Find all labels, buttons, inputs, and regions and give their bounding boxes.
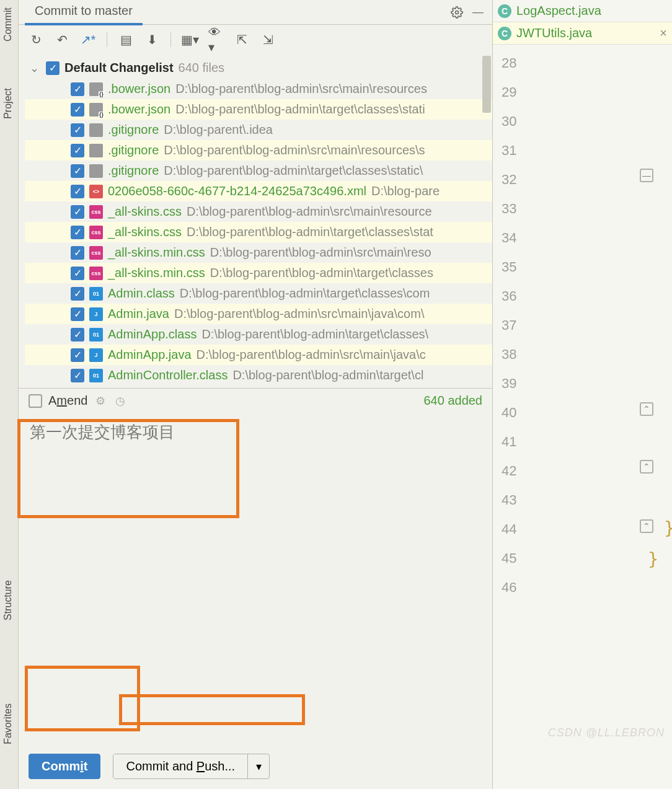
file-checkbox[interactable]: ✓ [71,226,84,239]
file-name: Admin.class [108,286,175,301]
file-name: _all-skins.min.css [108,266,205,280]
file-type-icon: css [89,226,103,239]
file-checkbox[interactable]: ✓ [71,246,84,260]
line-number: 39 [493,369,672,398]
minimize-icon[interactable]: — [471,6,485,19]
editor-tab[interactable]: CJWTUtils.java× [493,22,672,45]
file-path: D:\blog-parent\blog-admin\target\cl [232,368,423,382]
file-row[interactable]: ✓.gitignoreD:\blog-parent\blog-admin\tar… [25,161,492,181]
tab-name: JWTUtils.java [516,26,592,40]
file-name: Admin.java [108,307,169,321]
file-path: D:\blog-parent\blog-admin\target\classes… [180,286,430,301]
file-checkbox[interactable]: ✓ [71,82,84,96]
file-row[interactable]: ✓<>0206e058-660c-4677-b214-24625a73c496.… [25,181,492,201]
file-checkbox[interactable]: ✓ [71,185,84,198]
file-row[interactable]: ✓01AdminController.classD:\blog-parent\b… [25,365,492,386]
line-number: 46 [493,573,672,602]
file-row[interactable]: ✓01AdminApp.classD:\blog-parent\blog-adm… [25,324,492,345]
fold-end-icon[interactable]: ⌃ [640,402,653,416]
dropdown-icon[interactable]: ▾ [248,754,269,778]
file-checkbox[interactable]: ✓ [71,369,84,382]
group-icon[interactable]: ▦▾ [182,32,197,47]
file-row[interactable]: ✓css_all-skins.cssD:\blog-parent\blog-ad… [25,201,492,222]
file-checkbox[interactable]: ✓ [71,328,84,342]
changelist-checkbox[interactable]: ✓ [46,61,60,75]
file-name: .gitignore [108,164,159,178]
line-number: 41 [493,427,672,456]
commit-tab[interactable]: Commit to master [25,0,143,25]
preview-icon[interactable]: 👁▾ [208,32,223,47]
shelve-icon[interactable]: ⬇ [144,32,159,47]
expand-all-icon[interactable]: ⇱ [234,32,249,47]
commit-message-input[interactable] [19,413,492,754]
chevron-down-icon[interactable]: ⌄ [30,61,41,75]
file-type-icon [89,164,103,178]
line-number: 35 [493,252,672,281]
file-type-icon [89,144,103,157]
line-number: 34 [493,223,672,252]
status-added: 640 added [423,394,482,408]
changelist: ⌄ ✓ Default Changelist 640 files ✓.bower… [19,55,492,388]
file-row[interactable]: ✓.gitignoreD:\blog-parent\.idea [25,120,492,140]
rollback-icon[interactable]: ↶ [55,32,69,47]
class-icon: C [498,4,511,18]
file-row[interactable]: ✓.gitignoreD:\blog-parent\blog-admin\src… [25,140,492,161]
diff-icon[interactable]: ▤ [118,32,133,47]
file-name: AdminApp.java [108,348,192,362]
rail-tab-commit[interactable]: Commit [0,0,16,49]
watermark: CSDN @LL.LEBRON [548,726,665,739]
rail-tab-project[interactable]: Project [0,81,16,126]
file-row[interactable]: ✓css_all-skins.cssD:\blog-parent\blog-ad… [25,222,492,242]
code-brace: } [664,518,672,539]
rail-tab-structure[interactable]: Structure [0,573,16,628]
file-path: D:\blog-parent\.idea [164,123,273,137]
history-icon[interactable]: ◷ [113,394,127,408]
file-path: D:\blog-parent\blog-admin\src\main\reso [210,245,431,260]
file-checkbox[interactable]: ✓ [71,103,84,117]
file-checkbox[interactable]: ✓ [71,123,84,137]
file-type-icon: 01 [89,369,103,382]
fold-end-icon[interactable]: ⌃ [640,460,653,474]
gear-icon[interactable]: ⚙ [94,394,107,408]
scrollbar[interactable] [482,56,491,113]
file-type-icon: css [89,267,103,280]
file-row[interactable]: ✓01Admin.classD:\blog-parent\blog-admin\… [25,283,492,304]
file-type-icon [89,103,103,117]
file-row[interactable]: ✓css_all-skins.min.cssD:\blog-parent\blo… [25,263,492,283]
rail-tab-favorites[interactable]: Favorites [0,696,16,752]
close-icon[interactable]: × [660,26,667,40]
file-row[interactable]: ✓.bower.jsonD:\blog-parent\blog-admin\ta… [25,99,492,120]
commit-and-push-button[interactable]: Commit and Push... [113,754,247,778]
line-number: 36 [493,281,672,311]
file-checkbox[interactable]: ✓ [71,348,84,362]
gear-icon[interactable] [450,6,464,19]
file-path: D:\blog-parent\blog-admin\src\main\java\… [197,348,426,362]
file-checkbox[interactable]: ✓ [71,267,84,280]
file-row[interactable]: ✓.bower.jsonD:\blog-parent\blog-admin\sr… [25,79,492,99]
file-checkbox[interactable]: ✓ [71,144,84,157]
file-row[interactable]: ✓JAdmin.javaD:\blog-parent\blog-admin\sr… [25,304,492,324]
fold-end-icon[interactable]: ⌃ [640,519,653,533]
amend-checkbox[interactable] [29,394,42,408]
file-checkbox[interactable]: ✓ [71,287,84,301]
svg-point-0 [456,11,459,14]
file-path: D:\blog-parent\blog-admin\src\main\resou… [187,205,432,219]
commit-button[interactable]: Commit [29,754,100,779]
file-row[interactable]: ✓css_all-skins.min.cssD:\blog-parent\blo… [25,242,492,263]
file-checkbox[interactable]: ✓ [71,164,84,178]
open-external-icon[interactable]: ↗* [81,32,95,47]
file-type-icon: 01 [89,287,103,301]
file-checkbox[interactable]: ✓ [71,205,84,219]
class-icon: C [498,27,511,40]
fold-closed-icon[interactable]: — [640,169,653,182]
button-row: Commit Commit and Push... ▾ [19,754,492,789]
file-path: D:\blog-parent\blog-admin\src\main\java\… [174,307,425,321]
refresh-icon[interactable]: ↻ [29,32,43,47]
editor-tab[interactable]: CLogAspect.java [493,0,672,22]
file-checkbox[interactable]: ✓ [71,307,84,321]
line-number: 30 [493,107,672,136]
file-row[interactable]: ✓JAdminApp.javaD:\blog-parent\blog-admin… [25,345,492,365]
side-rail: Commit Project Structure Favorites [0,0,19,789]
collapse-all-icon[interactable]: ⇲ [260,32,275,47]
file-path: D:\blog-parent\blog-admin\src\main\resou… [175,82,427,96]
